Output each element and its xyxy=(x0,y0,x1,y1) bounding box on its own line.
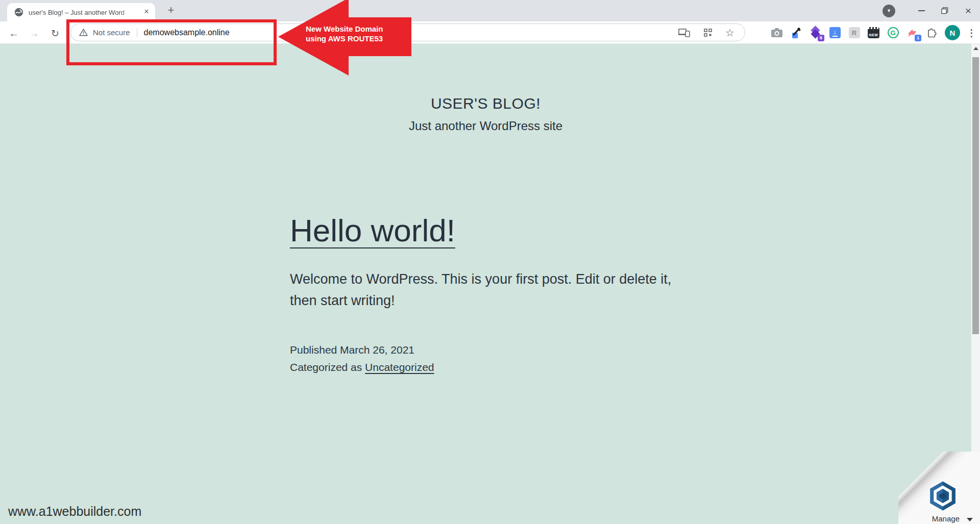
send-to-devices-icon[interactable] xyxy=(678,28,691,37)
screenshot-camera-icon[interactable] xyxy=(770,27,783,39)
chrome-menu-icon[interactable]: ⋮ xyxy=(967,27,976,39)
color-picker-icon[interactable] xyxy=(790,27,802,39)
minimize-button[interactable] xyxy=(910,2,933,20)
share-badge: 1 xyxy=(915,35,921,41)
layers-extension-icon[interactable]: 6 xyxy=(809,27,822,39)
tab-title: user's Blog! – Just another Word xyxy=(29,9,140,16)
category-link[interactable]: Uncategorized xyxy=(365,361,434,373)
categorized-as-label: Categorized as xyxy=(290,361,365,373)
window-controls: ▼ × xyxy=(883,0,980,21)
post-published-date: Published March 26, 2021 xyxy=(290,344,414,356)
scrollbar-thumb[interactable] xyxy=(972,57,979,334)
post-category-line: Categorized as Uncategorized xyxy=(290,361,434,373)
post-body: Welcome to WordPress. This is your first… xyxy=(290,268,678,311)
qr-code-icon[interactable] xyxy=(703,28,713,38)
video-downloader-icon[interactable]: ↓ xyxy=(828,27,841,39)
restore-button[interactable] xyxy=(933,2,957,20)
back-button[interactable]: ← xyxy=(7,26,21,40)
scrollbar-up-icon[interactable] xyxy=(973,47,978,50)
post-title-link[interactable]: Hello world! xyxy=(290,212,455,248)
manage-button[interactable]: Manage xyxy=(932,514,960,523)
clapper-new-extension-icon[interactable]: NEW xyxy=(867,27,880,39)
tab-strip: user's Blog! – Just another Word × + ▼ × xyxy=(0,0,980,21)
share-extension-icon[interactable]: 1 xyxy=(906,27,919,39)
forward-button[interactable]: → xyxy=(27,26,41,40)
annotation-text: New Website Domain using AWS ROUTE53 xyxy=(306,24,418,43)
new-tab-button[interactable]: + xyxy=(164,4,178,17)
manage-caret-icon[interactable] xyxy=(967,518,973,521)
builder-logo-icon[interactable] xyxy=(927,480,959,512)
site-favicon-icon xyxy=(14,8,23,17)
page-curl-widget[interactable]: Manage xyxy=(898,452,980,524)
reload-button[interactable]: ↻ xyxy=(48,26,62,40)
tab-close-icon[interactable]: × xyxy=(142,8,151,17)
annotation-line1: New Website Domain xyxy=(306,24,418,34)
browser-tab[interactable]: user's Blog! – Just another Word × xyxy=(7,3,155,21)
extensions-row: 6 ↓ R NEW G 1 xyxy=(770,21,976,44)
chrome-update-icon[interactable]: ▼ xyxy=(883,5,895,17)
watermark-text: www.a1webbuilder.com xyxy=(8,504,141,519)
browser-window: user's Blog! – Just another Word × + ▼ ×… xyxy=(0,0,980,524)
close-window-button[interactable]: × xyxy=(957,2,980,20)
extensions-puzzle-icon[interactable] xyxy=(925,27,938,39)
site-title: USER'S BLOG! xyxy=(0,95,971,112)
bookmark-star-icon[interactable]: ☆ xyxy=(725,28,734,38)
annotation-line2: using AWS ROUTE53 xyxy=(306,34,418,43)
web-page: USER'S BLOG! Just another WordPress site… xyxy=(0,44,980,524)
restore-icon xyxy=(941,7,948,14)
site-tagline: Just another WordPress site xyxy=(0,119,971,133)
annotation-red-rectangle xyxy=(66,19,277,65)
r-extension-icon[interactable]: R xyxy=(848,27,861,39)
grammarly-icon[interactable]: G xyxy=(887,27,899,39)
profile-avatar[interactable]: N xyxy=(945,25,960,40)
layers-badge: 6 xyxy=(818,35,824,41)
